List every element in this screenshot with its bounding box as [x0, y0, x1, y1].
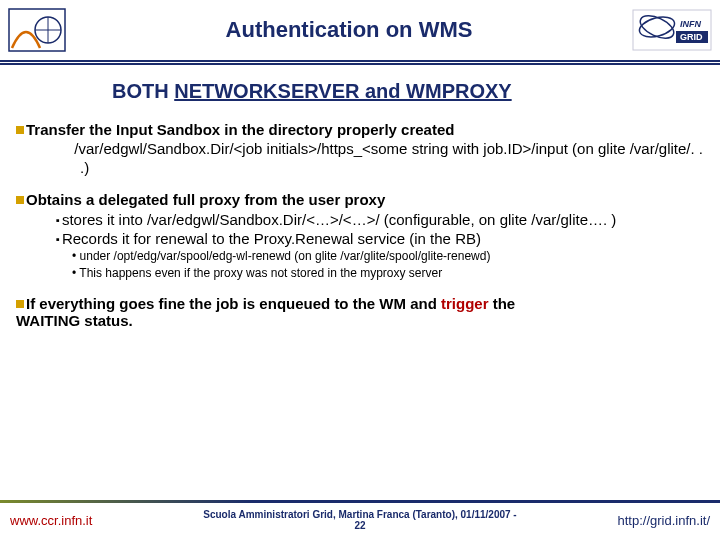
subtitle-prefix: BOTH [112, 80, 174, 102]
s3-line1: If everything goes fine the job is enque… [26, 295, 441, 312]
section-transfer: Transfer the Input Sandbox in the direct… [16, 121, 704, 177]
svg-text:GRID: GRID [680, 32, 703, 42]
ccr-logo [8, 6, 66, 54]
s1-head: Transfer the Input Sandbox in the direct… [26, 121, 454, 138]
bullet-icon [16, 196, 24, 204]
s2-sublist: stores it into /var/edgwl/Sandbox.Dir/<…… [16, 210, 704, 248]
subtitle: BOTH NETWORKSERVER and WMPROXY [16, 80, 704, 103]
s3-line2: the [489, 295, 516, 312]
slide-content: BOTH NETWORKSERVER and WMPROXY Transfer … [0, 62, 720, 329]
section-delegated-proxy: Obtains a delegated full proxy from the … [16, 191, 704, 281]
s2-b2: This happens even if the proxy was not s… [72, 265, 704, 281]
s1-body: /var/edgwl/Sandbox.Dir/<job initials>/ht… [16, 140, 704, 178]
s2-b1: under /opt/edg/var/spool/edg-wl-renewd (… [72, 248, 704, 264]
s3-waiting: WAITING status. [16, 312, 133, 329]
subtitle-underlined: NETWORKSERVER and WMPROXY [174, 80, 511, 102]
footer-bar: www.ccr.infn.it Scuola Amministratori Gr… [0, 500, 720, 540]
infn-grid-logo: INFN GRID [632, 6, 712, 54]
footer-center: Scuola Amministratori Grid, Martina Fran… [140, 509, 580, 532]
s2-sub2: Records it for renewal to the Proxy.Rene… [56, 229, 704, 248]
svg-text:INFN: INFN [680, 19, 701, 29]
s2-sub1: stores it into /var/edgwl/Sandbox.Dir/<…… [56, 210, 704, 229]
header-bar: Authentication on WMS INFN GRID [0, 0, 720, 62]
s2-head: Obtains a delegated full proxy from the … [26, 191, 385, 208]
footer-right-url: http://grid.infn.it/ [580, 513, 720, 528]
bullet-icon [16, 126, 24, 134]
s2-details: under /opt/edg/var/spool/edg-wl-renewd (… [16, 248, 704, 280]
page-title: Authentication on WMS [66, 17, 632, 43]
section-trigger: If everything goes fine the job is enque… [16, 295, 704, 329]
bullet-icon [16, 300, 24, 308]
s3-trigger-word: trigger [441, 295, 489, 312]
footer-left-url: www.ccr.infn.it [0, 513, 140, 528]
